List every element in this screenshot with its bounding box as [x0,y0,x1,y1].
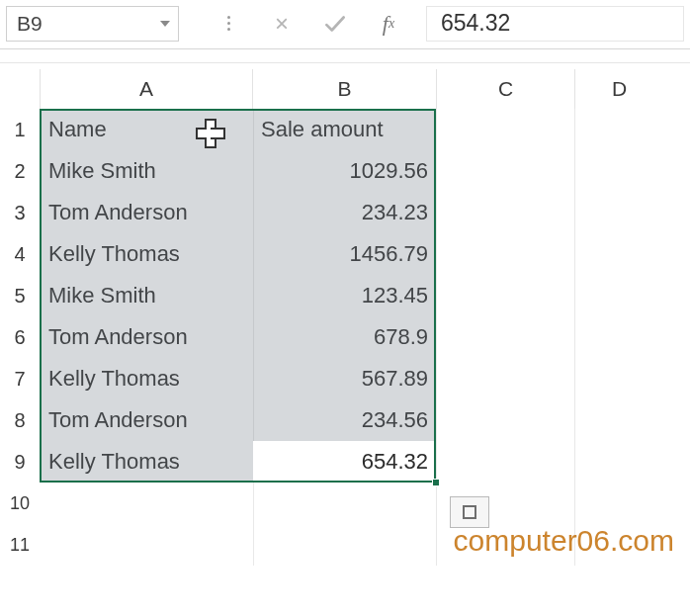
table-row: Tom Anderson 234.56 [40,399,690,441]
cell[interactable]: 123.45 [252,275,436,316]
cell[interactable]: Mike Smith [40,275,252,316]
column-header[interactable]: A [40,69,252,109]
cell[interactable] [252,524,436,566]
cell[interactable] [574,109,663,150]
table-row: Tom Anderson 678.9 [40,316,690,358]
row-header[interactable]: 11 [0,524,40,566]
cell[interactable] [574,150,663,192]
formula-input-value: 654.32 [441,10,510,37]
cell[interactable]: 234.56 [252,399,436,441]
spreadsheet: 1 2 3 4 5 6 7 8 9 10 11 A B C D Name Sal… [0,63,690,566]
cell[interactable] [436,150,574,192]
cell[interactable] [436,441,574,483]
cell[interactable] [574,233,663,275]
cell[interactable] [574,192,663,233]
cell[interactable] [436,109,574,150]
row-header[interactable]: 2 [0,150,40,192]
grid: A B C D Name Sale amount Mike Smith 1029… [40,69,690,566]
cell[interactable]: Tom Anderson [40,399,252,441]
row-header-gutter: 1 2 3 4 5 6 7 8 9 10 11 [0,69,40,566]
cell[interactable]: Kelly Thomas [40,358,252,399]
column-header-row: A B C D [40,69,690,109]
table-row: Kelly Thomas 1456.79 [40,233,690,275]
cell[interactable] [574,358,663,399]
quick-analysis-icon [463,505,476,519]
cell[interactable] [436,358,574,399]
row-header[interactable]: 4 [0,233,40,275]
active-cell-value: 654.32 [362,449,428,475]
row-header[interactable]: 3 [0,192,40,233]
cell[interactable]: Sale amount [252,109,436,150]
select-all-corner[interactable] [0,69,40,109]
cell[interactable] [436,399,574,441]
row-header[interactable]: 9 [0,441,40,483]
cell[interactable] [436,275,574,316]
row-header[interactable]: 7 [0,358,40,399]
table-row: Tom Anderson 234.23 [40,192,690,233]
cell[interactable]: 1029.56 [252,150,436,192]
fill-handle[interactable] [432,479,440,486]
active-cell[interactable]: 654.32 [253,441,436,483]
table-row [40,483,690,524]
insert-function-icon[interactable]: fx [369,7,408,41]
name-box-value: B9 [17,12,43,36]
row-header[interactable]: 6 [0,316,40,358]
cell[interactable]: 678.9 [252,316,436,358]
cell[interactable]: Kelly Thomas [40,233,252,275]
cell[interactable] [574,275,663,316]
row-header[interactable]: 5 [0,275,40,316]
column-header[interactable]: C [436,69,574,109]
confirm-icon[interactable] [315,7,355,41]
column-header[interactable]: B [252,69,436,109]
cell[interactable] [436,192,574,233]
cell[interactable] [574,399,663,441]
cell[interactable] [574,316,663,358]
cell[interactable] [40,524,252,566]
table-row: Mike Smith 123.45 [40,275,690,316]
cell[interactable]: Tom Anderson [40,316,252,358]
table-row: Mike Smith 1029.56 [40,150,690,192]
formula-bar-buttons: × fx [187,7,408,41]
cell[interactable] [40,483,252,524]
cell[interactable] [574,441,663,483]
watermark: computer06.com [454,524,674,558]
formula-bar: B9 × fx 654.32 [0,0,690,49]
cell[interactable]: 234.23 [252,192,436,233]
formula-input[interactable]: 654.32 [426,6,684,42]
cell[interactable] [436,233,574,275]
row-header[interactable]: 8 [0,399,40,441]
table-row: Name Sale amount [40,109,690,150]
cell[interactable] [252,483,436,524]
cell[interactable] [574,483,663,524]
cell[interactable]: Kelly Thomas [40,441,252,483]
row-header[interactable]: 10 [0,483,40,524]
cell[interactable]: Tom Anderson [40,192,252,233]
row-header[interactable]: 1 [0,109,40,150]
chevron-down-icon[interactable] [160,21,170,27]
separator [0,49,690,63]
cell[interactable]: Mike Smith [40,150,252,192]
cell[interactable]: Name [40,109,252,150]
column-header[interactable]: D [574,69,663,109]
cell-grid[interactable]: Name Sale amount Mike Smith 1029.56 Tom … [40,109,690,566]
cell[interactable]: 567.89 [252,358,436,399]
table-row: Kelly Thomas 567.89 [40,358,690,399]
cell[interactable]: 1456.79 [252,233,436,275]
cancel-icon[interactable]: × [262,7,302,41]
cell[interactable] [436,316,574,358]
expand-handle-icon[interactable] [209,7,248,41]
name-box[interactable]: B9 [6,6,179,42]
